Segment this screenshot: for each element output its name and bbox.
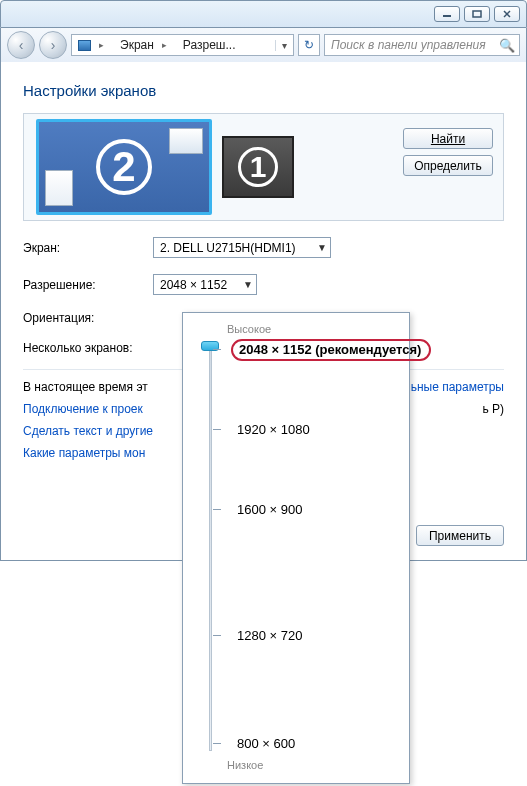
breadcrumb-sep: ▸ bbox=[95, 40, 108, 50]
resolution-option[interactable]: 800 × 600 bbox=[237, 736, 295, 751]
breadcrumb-label: Экран bbox=[120, 38, 154, 52]
monitor-number: 2 bbox=[96, 139, 152, 195]
bottom-buttons: Применить bbox=[394, 525, 504, 546]
button-label: Применить bbox=[429, 529, 491, 543]
resolution-option[interactable]: 1280 × 720 bbox=[237, 628, 302, 643]
label-orientation: Ориентация: bbox=[23, 311, 153, 325]
minimize-icon bbox=[442, 10, 452, 18]
page-title: Настройки экранов bbox=[23, 82, 504, 99]
monitor-number: 1 bbox=[238, 147, 278, 187]
slider-tick bbox=[213, 349, 221, 350]
button-label: Определить bbox=[414, 159, 482, 173]
navigation-bar: ‹ › ▸ Экран ▸ Разреш... ▾ ↻ Поиск в пане… bbox=[0, 28, 527, 62]
label-resolution: Разрешение: bbox=[23, 278, 153, 292]
slider-tick bbox=[213, 429, 221, 430]
row-resolution: Разрешение: 2048 × 1152 ▼ bbox=[23, 274, 504, 295]
recommended-suffix: (рекомендуется) bbox=[315, 342, 421, 357]
apply-button[interactable]: Применить bbox=[416, 525, 504, 546]
breadcrumb-sep: ▸ bbox=[158, 40, 171, 50]
button-label: Найти bbox=[431, 132, 465, 146]
refresh-icon: ↻ bbox=[304, 38, 314, 52]
screen-combo[interactable]: 2. DELL U2715H(HDMI1) ▼ bbox=[153, 237, 331, 258]
breadcrumb-label: Разреш... bbox=[183, 38, 236, 52]
breadcrumb-item-screen[interactable]: Экран ▸ bbox=[114, 38, 177, 52]
close-icon bbox=[502, 10, 512, 18]
identify-button[interactable]: Определить bbox=[403, 155, 493, 176]
resolution-option-recommended[interactable]: 2048 × 1152 (рекомендуется) bbox=[231, 339, 431, 361]
maximize-button[interactable] bbox=[464, 6, 490, 22]
resolution-option[interactable]: 1920 × 1080 bbox=[237, 422, 310, 437]
window-titlebar bbox=[0, 0, 527, 28]
resolution-slider[interactable] bbox=[199, 339, 221, 759]
monitor-preview: 2 1 Найти Определить bbox=[23, 113, 504, 221]
resolution-labels: 2048 × 1152 (рекомендуется) 1920 × 1080 … bbox=[221, 339, 397, 759]
resolution-value: 2048 × 1152 bbox=[239, 342, 312, 357]
close-button[interactable] bbox=[494, 6, 520, 22]
label-screen: Экран: bbox=[23, 241, 153, 255]
slider-tick bbox=[213, 743, 221, 744]
search-input[interactable]: Поиск в панели управления 🔍 bbox=[324, 34, 520, 56]
monitor-icon bbox=[78, 40, 91, 51]
address-bar[interactable]: ▸ Экран ▸ Разреш... ▾ bbox=[71, 34, 294, 56]
chevron-right-icon: › bbox=[51, 37, 56, 53]
combo-value: 2048 × 1152 bbox=[160, 278, 227, 292]
search-icon: 🔍 bbox=[499, 38, 515, 53]
address-dropdown[interactable]: ▾ bbox=[275, 40, 293, 51]
window-thumb-icon bbox=[169, 128, 203, 154]
row-screen: Экран: 2. DELL U2715H(HDMI1) ▼ bbox=[23, 237, 504, 258]
refresh-button[interactable]: ↻ bbox=[298, 34, 320, 56]
search-placeholder: Поиск в панели управления bbox=[331, 38, 486, 52]
maximize-icon bbox=[472, 10, 482, 18]
monitor-params-link[interactable]: Какие параметры мон bbox=[23, 446, 145, 460]
resolution-option[interactable]: 1600 × 900 bbox=[237, 502, 302, 517]
slider-track bbox=[209, 347, 212, 751]
breadcrumb-item-resolution[interactable]: Разреш... bbox=[177, 38, 242, 52]
svg-rect-1 bbox=[473, 11, 481, 17]
slider-high-label: Высокое bbox=[227, 323, 397, 335]
label-multiple: Несколько экранов: bbox=[23, 341, 133, 355]
chevron-left-icon: ‹ bbox=[19, 37, 24, 53]
minimize-button[interactable] bbox=[434, 6, 460, 22]
slider-tick bbox=[213, 635, 221, 636]
slider-tick bbox=[213, 509, 221, 510]
window-thumb-icon bbox=[45, 170, 73, 206]
chevron-down-icon: ▼ bbox=[317, 242, 327, 253]
combo-value: 2. DELL U2715H(HDMI1) bbox=[160, 241, 296, 255]
svg-rect-0 bbox=[443, 15, 451, 17]
resolution-combo[interactable]: 2048 × 1152 ▼ bbox=[153, 274, 257, 295]
resolution-popup: Высокое 2048 × 1152 (рекомендуется) 1920… bbox=[182, 312, 410, 784]
chevron-down-icon: ▼ bbox=[243, 279, 253, 290]
slider-low-label: Низкое bbox=[227, 759, 397, 771]
projector-hotkey: ь Р) bbox=[482, 402, 504, 416]
breadcrumb-root[interactable]: ▸ bbox=[72, 40, 114, 51]
monitor-1[interactable]: 1 bbox=[222, 136, 294, 198]
label-currently: В настоящее время эт bbox=[23, 380, 148, 394]
find-button[interactable]: Найти bbox=[403, 128, 493, 149]
back-button[interactable]: ‹ bbox=[7, 31, 35, 59]
textsize-link[interactable]: Сделать текст и другие bbox=[23, 424, 153, 438]
forward-button[interactable]: › bbox=[39, 31, 67, 59]
projector-link[interactable]: Подключение к проек bbox=[23, 402, 143, 416]
monitor-2[interactable]: 2 bbox=[36, 119, 212, 215]
